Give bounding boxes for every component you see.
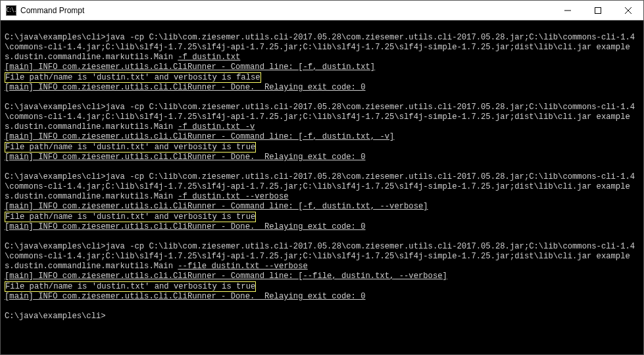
done-line: [main] INFO com.ziesemer.utils.cli.CliRu…	[5, 153, 639, 162]
close-button[interactable]	[613, 1, 643, 20]
svg-rect-1	[595, 7, 601, 13]
parsed-args: [-f, dustin.txt, -v]	[298, 132, 394, 141]
command-line: C:\java\examples\cli>java -cp C:\lib\com…	[5, 172, 639, 202]
info-line: [main] INFO com.ziesemer.utils.cli.CliRu…	[5, 272, 639, 281]
parsed-args: [-f, dustin.txt]	[298, 62, 375, 72]
prompt-line: C:\java\examples\cli>	[5, 312, 639, 321]
terminal-output[interactable]: C:\java\examples\cli>java -cp C:\lib\com…	[1, 20, 643, 354]
parsed-args: [--file, dustin.txt, --verbose]	[298, 272, 447, 281]
done-line: [main] INFO com.ziesemer.utils.cli.CliRu…	[5, 83, 639, 93]
command-line: C:\java\examples\cli>java -cp C:\lib\com…	[5, 33, 639, 62]
result-line: File path/name is 'dustin.txt' and verbo…	[5, 281, 639, 292]
command-line: C:\java\examples\cli>java -cp C:\lib\com…	[5, 103, 639, 132]
done-line: [main] INFO com.ziesemer.utils.cli.CliRu…	[5, 292, 639, 302]
cmd-icon-text: C:\.	[6, 7, 16, 13]
info-line: [main] INFO com.ziesemer.utils.cli.CliRu…	[5, 62, 639, 72]
minimize-button[interactable]	[553, 1, 583, 20]
window-title: Command Prompt	[20, 6, 553, 15]
maximize-button[interactable]	[583, 1, 613, 20]
titlebar[interactable]: C:\. Command Prompt	[1, 1, 643, 20]
command-line: C:\java\examples\cli>java -cp C:\lib\com…	[5, 242, 639, 272]
result-line: File path/name is 'dustin.txt' and verbo…	[5, 142, 639, 153]
done-line: [main] INFO com.ziesemer.utils.cli.CliRu…	[5, 222, 639, 232]
command-args: -f dustin.txt -v	[178, 122, 255, 131]
command-args: -f dustin.txt	[178, 53, 240, 62]
info-line: [main] INFO com.ziesemer.utils.cli.CliRu…	[5, 132, 639, 142]
window-controls	[553, 1, 643, 20]
parsed-args: [-f, dustin.txt, --verbose]	[298, 202, 428, 211]
cmd-icon: C:\.	[6, 5, 16, 16]
command-args: --file dustin.txt --verbose	[178, 262, 307, 271]
info-line: [main] INFO com.ziesemer.utils.cli.CliRu…	[5, 202, 639, 212]
command-args: -f dustin.txt --verbose	[178, 192, 288, 201]
result-line: File path/name is 'dustin.txt' and verbo…	[5, 212, 639, 222]
result-line: File path/name is 'dustin.txt' and verbo…	[5, 72, 639, 83]
